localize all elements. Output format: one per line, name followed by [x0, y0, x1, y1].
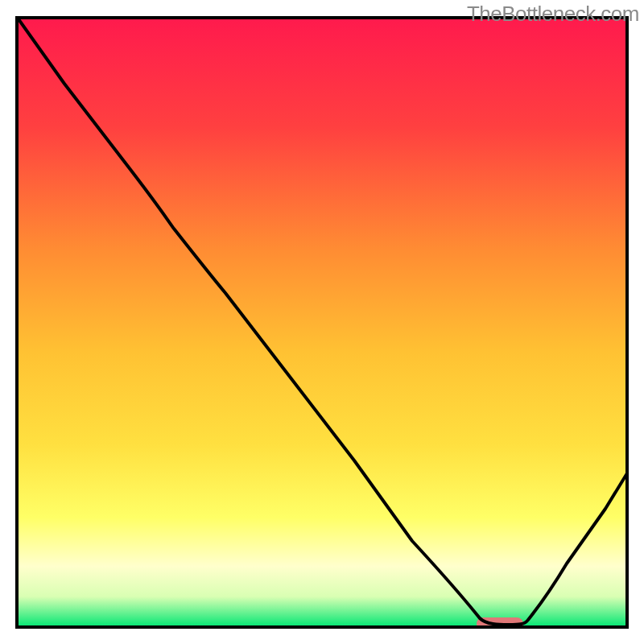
- plot-background: [17, 18, 627, 627]
- watermark-text: TheBottleneck.com: [467, 2, 639, 27]
- chart-svg: [0, 0, 644, 644]
